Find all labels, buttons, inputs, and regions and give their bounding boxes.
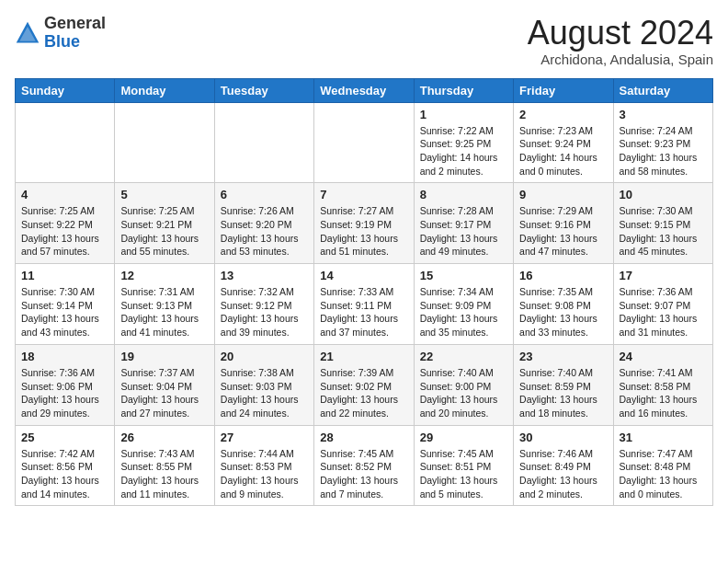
day-content: Sunrise: 7:32 AM Sunset: 9:12 PM Dayligh… bbox=[221, 285, 308, 339]
calendar-cell: 11Sunrise: 7:30 AM Sunset: 9:14 PM Dayli… bbox=[16, 264, 115, 345]
day-number: 18 bbox=[21, 350, 108, 363]
calendar-cell: 23Sunrise: 7:40 AM Sunset: 8:59 PM Dayli… bbox=[514, 344, 613, 425]
day-number: 10 bbox=[620, 188, 707, 201]
calendar-cell: 27Sunrise: 7:44 AM Sunset: 8:53 PM Dayli… bbox=[214, 425, 313, 506]
day-number: 21 bbox=[320, 350, 407, 363]
day-number: 14 bbox=[320, 269, 407, 282]
calendar-cell: 7Sunrise: 7:27 AM Sunset: 9:19 PM Daylig… bbox=[314, 183, 414, 264]
subtitle: Archidona, Andalusia, Spain bbox=[528, 52, 713, 67]
calendar-cell: 22Sunrise: 7:40 AM Sunset: 9:00 PM Dayli… bbox=[414, 344, 513, 425]
day-content: Sunrise: 7:30 AM Sunset: 9:14 PM Dayligh… bbox=[21, 285, 108, 339]
day-number: 15 bbox=[420, 269, 507, 282]
calendar-cell: 20Sunrise: 7:38 AM Sunset: 9:03 PM Dayli… bbox=[214, 344, 313, 425]
calendar-cell: 4Sunrise: 7:25 AM Sunset: 9:22 PM Daylig… bbox=[16, 183, 115, 264]
calendar-cell: 6Sunrise: 7:26 AM Sunset: 9:20 PM Daylig… bbox=[214, 183, 313, 264]
day-number: 31 bbox=[620, 431, 707, 444]
day-content: Sunrise: 7:33 AM Sunset: 9:11 PM Dayligh… bbox=[320, 285, 407, 339]
day-number: 24 bbox=[620, 350, 707, 363]
day-number: 3 bbox=[620, 108, 707, 121]
logo: General Blue bbox=[15, 15, 106, 52]
day-content: Sunrise: 7:41 AM Sunset: 8:58 PM Dayligh… bbox=[620, 366, 707, 420]
day-content: Sunrise: 7:31 AM Sunset: 9:13 PM Dayligh… bbox=[120, 285, 208, 339]
day-header-thursday: Thursday bbox=[414, 78, 513, 102]
day-number: 17 bbox=[620, 269, 707, 282]
calendar-cell: 10Sunrise: 7:30 AM Sunset: 9:15 PM Dayli… bbox=[613, 183, 712, 264]
day-content: Sunrise: 7:36 AM Sunset: 9:07 PM Dayligh… bbox=[620, 285, 707, 339]
calendar-cell: 1Sunrise: 7:22 AM Sunset: 9:25 PM Daylig… bbox=[414, 102, 513, 183]
calendar-cell: 5Sunrise: 7:25 AM Sunset: 9:21 PM Daylig… bbox=[115, 183, 214, 264]
day-content: Sunrise: 7:26 AM Sunset: 9:20 PM Dayligh… bbox=[221, 204, 308, 259]
calendar-cell: 25Sunrise: 7:42 AM Sunset: 8:56 PM Dayli… bbox=[16, 425, 115, 506]
day-number: 22 bbox=[420, 350, 507, 363]
day-number: 30 bbox=[519, 431, 607, 444]
day-content: Sunrise: 7:36 AM Sunset: 9:06 PM Dayligh… bbox=[21, 366, 108, 420]
calendar-cell: 21Sunrise: 7:39 AM Sunset: 9:02 PM Dayli… bbox=[314, 344, 414, 425]
calendar-cell: 13Sunrise: 7:32 AM Sunset: 9:12 PM Dayli… bbox=[214, 264, 313, 345]
calendar-header-row: SundayMondayTuesdayWednesdayThursdayFrid… bbox=[16, 78, 713, 102]
day-number: 19 bbox=[120, 350, 208, 363]
calendar-cell bbox=[214, 102, 313, 183]
day-content: Sunrise: 7:24 AM Sunset: 9:23 PM Dayligh… bbox=[620, 124, 707, 178]
day-content: Sunrise: 7:43 AM Sunset: 8:55 PM Dayligh… bbox=[120, 447, 208, 501]
day-header-wednesday: Wednesday bbox=[314, 78, 414, 102]
calendar-cell: 17Sunrise: 7:36 AM Sunset: 9:07 PM Dayli… bbox=[613, 264, 712, 345]
logo-icon bbox=[15, 20, 40, 46]
calendar-cell: 2Sunrise: 7:23 AM Sunset: 9:24 PM Daylig… bbox=[514, 102, 613, 183]
calendar-cell: 9Sunrise: 7:29 AM Sunset: 9:16 PM Daylig… bbox=[514, 183, 613, 264]
day-content: Sunrise: 7:45 AM Sunset: 8:52 PM Dayligh… bbox=[320, 447, 407, 501]
day-number: 4 bbox=[21, 188, 108, 201]
calendar-cell bbox=[115, 102, 214, 183]
logo-general-text: General bbox=[44, 15, 106, 33]
day-content: Sunrise: 7:27 AM Sunset: 9:19 PM Dayligh… bbox=[320, 204, 407, 259]
day-content: Sunrise: 7:47 AM Sunset: 8:48 PM Dayligh… bbox=[620, 447, 707, 501]
day-content: Sunrise: 7:28 AM Sunset: 9:17 PM Dayligh… bbox=[420, 204, 507, 259]
calendar-cell bbox=[16, 102, 115, 183]
day-content: Sunrise: 7:40 AM Sunset: 8:59 PM Dayligh… bbox=[519, 366, 607, 420]
title-block: August 2024 Archidona, Andalusia, Spain bbox=[528, 15, 713, 67]
logo-blue-text: Blue bbox=[44, 33, 106, 52]
day-number: 7 bbox=[320, 188, 407, 201]
day-number: 28 bbox=[320, 431, 407, 444]
calendar-cell: 30Sunrise: 7:46 AM Sunset: 8:49 PM Dayli… bbox=[514, 425, 613, 506]
calendar-cell: 8Sunrise: 7:28 AM Sunset: 9:17 PM Daylig… bbox=[414, 183, 513, 264]
day-content: Sunrise: 7:37 AM Sunset: 9:04 PM Dayligh… bbox=[120, 366, 208, 420]
calendar-cell: 19Sunrise: 7:37 AM Sunset: 9:04 PM Dayli… bbox=[115, 344, 214, 425]
calendar-cell bbox=[314, 102, 414, 183]
day-content: Sunrise: 7:39 AM Sunset: 9:02 PM Dayligh… bbox=[320, 366, 407, 420]
calendar-week-row: 11Sunrise: 7:30 AM Sunset: 9:14 PM Dayli… bbox=[16, 264, 713, 345]
calendar-cell: 18Sunrise: 7:36 AM Sunset: 9:06 PM Dayli… bbox=[16, 344, 115, 425]
day-content: Sunrise: 7:45 AM Sunset: 8:51 PM Dayligh… bbox=[420, 447, 507, 501]
page-header: General Blue August 2024 Archidona, Anda… bbox=[15, 15, 713, 67]
day-header-monday: Monday bbox=[115, 78, 214, 102]
calendar-table: SundayMondayTuesdayWednesdayThursdayFrid… bbox=[15, 78, 713, 507]
day-header-tuesday: Tuesday bbox=[214, 78, 313, 102]
day-number: 9 bbox=[519, 188, 607, 201]
day-number: 1 bbox=[420, 108, 507, 121]
calendar-cell: 26Sunrise: 7:43 AM Sunset: 8:55 PM Dayli… bbox=[115, 425, 214, 506]
main-title: August 2024 bbox=[528, 15, 713, 52]
day-number: 6 bbox=[221, 188, 308, 201]
day-header-saturday: Saturday bbox=[613, 78, 712, 102]
calendar-cell: 15Sunrise: 7:34 AM Sunset: 9:09 PM Dayli… bbox=[414, 264, 513, 345]
day-content: Sunrise: 7:25 AM Sunset: 9:22 PM Dayligh… bbox=[21, 204, 108, 259]
day-content: Sunrise: 7:25 AM Sunset: 9:21 PM Dayligh… bbox=[120, 204, 208, 259]
day-number: 5 bbox=[120, 188, 208, 201]
day-number: 2 bbox=[519, 108, 607, 121]
calendar-cell: 14Sunrise: 7:33 AM Sunset: 9:11 PM Dayli… bbox=[314, 264, 414, 345]
calendar-cell: 3Sunrise: 7:24 AM Sunset: 9:23 PM Daylig… bbox=[613, 102, 712, 183]
day-number: 13 bbox=[221, 269, 308, 282]
calendar-week-row: 18Sunrise: 7:36 AM Sunset: 9:06 PM Dayli… bbox=[16, 344, 713, 425]
calendar-cell: 24Sunrise: 7:41 AM Sunset: 8:58 PM Dayli… bbox=[613, 344, 712, 425]
day-number: 11 bbox=[21, 269, 108, 282]
calendar-cell: 31Sunrise: 7:47 AM Sunset: 8:48 PM Dayli… bbox=[613, 425, 712, 506]
day-header-friday: Friday bbox=[514, 78, 613, 102]
day-content: Sunrise: 7:35 AM Sunset: 9:08 PM Dayligh… bbox=[519, 285, 607, 339]
day-number: 16 bbox=[519, 269, 607, 282]
calendar-week-row: 1Sunrise: 7:22 AM Sunset: 9:25 PM Daylig… bbox=[16, 102, 713, 183]
day-content: Sunrise: 7:46 AM Sunset: 8:49 PM Dayligh… bbox=[519, 447, 607, 501]
day-number: 12 bbox=[120, 269, 208, 282]
day-content: Sunrise: 7:38 AM Sunset: 9:03 PM Dayligh… bbox=[221, 366, 308, 420]
calendar-cell: 29Sunrise: 7:45 AM Sunset: 8:51 PM Dayli… bbox=[414, 425, 513, 506]
day-number: 8 bbox=[420, 188, 507, 201]
calendar-cell: 16Sunrise: 7:35 AM Sunset: 9:08 PM Dayli… bbox=[514, 264, 613, 345]
